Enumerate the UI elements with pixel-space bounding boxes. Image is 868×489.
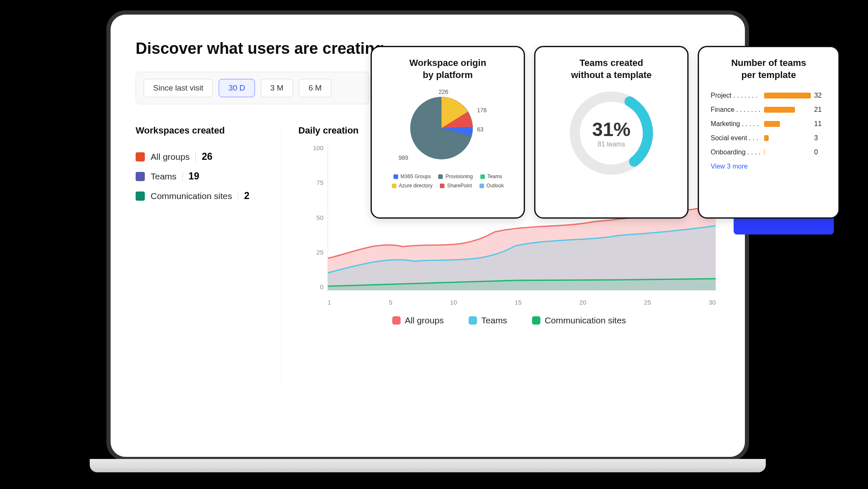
bar-row: Finance . . . . . . .21 [711,103,827,117]
pie-label: 989 [399,154,408,161]
bar-label: Project . . . . . . . [711,92,761,99]
x-tick: 5 [389,299,392,307]
card-title: Teams createdwithout a template [547,57,676,81]
metric-label: Teams [151,171,177,181]
workspaces-created-panel: Workspaces created All groups 26 Teams 1… [136,125,282,384]
pie-chart-icon [410,97,473,159]
metric-teams[interactable]: Teams 19 [136,166,273,186]
y-tick: 0 [320,283,323,290]
teams-icon [136,172,145,181]
donut-subtitle: 81 teams [598,141,625,148]
metric-value: 2 [244,190,250,202]
bar-label: Social event . . . . . . . [711,134,761,142]
bar-list: Project . . . . . . .32Finance . . . . .… [711,88,827,159]
x-tick: 10 [450,299,457,307]
bar-label: Onboarding . . . . . . . [711,149,761,156]
x-tick: 1 [328,299,331,307]
bar-row: Project . . . . . . .32 [711,88,827,103]
bar-track [764,121,811,127]
donut-chart: 31% 81 teams [568,89,655,177]
bar-value: 3 [814,134,827,142]
donut-percent: 31% [592,118,631,141]
metric-all-groups[interactable]: All groups 26 [136,147,273,166]
legend-item: Teams [480,174,502,179]
y-axis: 100 75 50 25 0 [298,144,323,290]
legend-item: SharePoint [440,183,472,189]
metric-value: 26 [202,151,212,162]
bar-value: 21 [814,106,827,113]
card-teams-without-template: Teams createdwithout a template 31% 81 t… [534,46,689,219]
metric-comm-sites[interactable]: Communication sites 2 [136,186,273,206]
metric-label: All groups [151,152,189,162]
swatch-icon [469,316,477,325]
bar-track [764,107,811,113]
legend-item: Provisioning [438,174,472,179]
date-range-bar: Since last visit 30 D 3 M 6 M [136,72,369,104]
bar-row: Marketing . . . . . . .11 [711,117,827,131]
pie-label: 63 [477,126,484,133]
pie-legend: M365 Groups Provisioning Teams Azure dir… [384,174,512,189]
bar-value: 11 [814,120,827,128]
sharepoint-icon [136,192,145,201]
card-title: Number of teamsper template [711,57,827,81]
bar-label: Marketing . . . . . . . [711,120,761,128]
legend-item-comm-sites: Communication sites [532,315,626,325]
card-teams-per-template: Number of teamsper template Project . . … [698,46,840,219]
range-6m[interactable]: 6 M [299,79,331,97]
divider [238,191,238,201]
legend-item: Outlook [479,183,504,189]
pie-label: 176 [477,107,487,113]
bar-label: Finance . . . . . . . [711,106,761,113]
bar-row: Social event . . . . . . .3 [711,131,827,145]
view-more-link[interactable]: View 3 more [711,163,827,170]
card-workspace-origin: Workspace originby platform 226 176 63 9… [371,46,525,219]
range-3m[interactable]: 3 M [261,79,293,97]
chart-legend: All groups Teams Communication sites [298,315,720,325]
laptop-base [90,459,766,472]
bar-value: 0 [814,149,827,156]
card-title: Workspace originby platform [384,57,512,81]
divider [195,152,196,162]
legend-item-teams: Teams [469,315,507,325]
bar-track [764,135,811,141]
range-30d[interactable]: 30 D [219,79,255,97]
bar-track [764,149,811,155]
floating-cards: Workspace originby platform 226 176 63 9… [371,46,840,219]
pie-label: 226 [439,88,448,95]
metric-value: 19 [189,171,199,182]
y-tick: 25 [316,249,323,256]
bar-row: Onboarding . . . . . . .0 [711,145,827,159]
legend-item: Azure directory [392,183,433,189]
x-tick: 30 [709,299,716,307]
x-tick: 25 [644,299,651,307]
divider [182,171,183,181]
workspaces-heading: Workspaces created [136,125,273,136]
bar-track [764,93,811,98]
y-tick: 100 [313,144,323,151]
range-since-last-visit[interactable]: Since last visit [144,79,213,97]
bar-value: 32 [814,92,827,99]
swatch-icon [532,316,540,325]
x-tick: 20 [579,299,586,307]
x-axis: 1 5 10 15 20 25 30 [328,299,716,307]
metric-label: Communication sites [151,191,232,201]
legend-item: M365 Groups [394,174,431,179]
x-tick: 15 [515,299,522,307]
y-tick: 50 [316,214,323,221]
legend-item-all-groups: All groups [392,315,444,325]
office-icon [136,152,145,161]
y-tick: 75 [316,179,323,186]
swatch-icon [392,316,401,325]
